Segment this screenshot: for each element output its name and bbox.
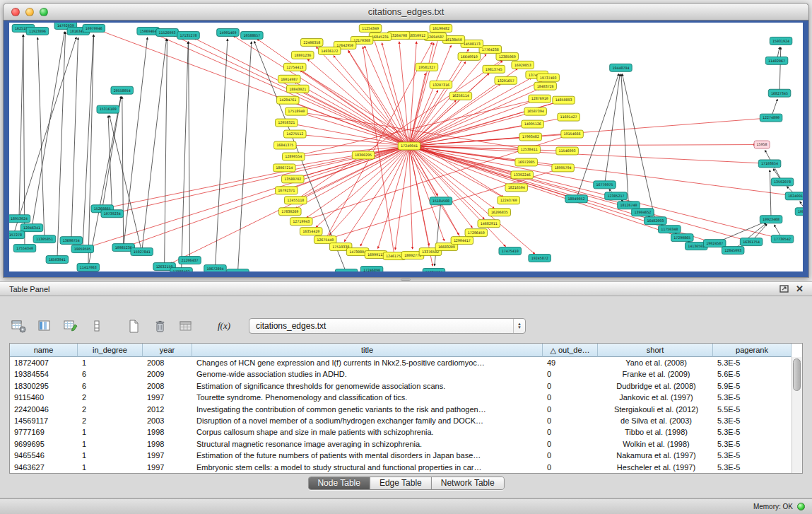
table-row[interactable]: 977716911998Corpus callosum shape and si…: [10, 426, 792, 438]
graph-node[interactable]: 15031924: [770, 37, 792, 45]
graph-node[interactable]: 10970046: [83, 24, 105, 32]
graph-node[interactable]: 10672894: [204, 265, 227, 271]
graph-node[interactable]: 12385069: [496, 52, 519, 60]
graph-node[interactable]: 12243760: [498, 197, 520, 204]
show-columns-icon[interactable]: [35, 317, 54, 335]
graph-node[interactable]: 18483726: [534, 82, 557, 90]
network-canvas[interactable]: 1724004122406358188012361275441316014987…: [9, 23, 803, 271]
graph-node[interactable]: 16503941: [46, 256, 69, 264]
table-row[interactable]: 1938455462009Genome-wide association stu…: [10, 368, 792, 380]
graph-node[interactable]: 17296450: [465, 229, 488, 237]
graph-node[interactable]: 14850893: [553, 96, 575, 104]
graph-node[interactable]: 14936172: [318, 47, 341, 54]
table-row[interactable]: 969969511998Structural magnetic resonanc…: [10, 438, 792, 450]
edit-table-icon[interactable]: [61, 317, 81, 335]
graph-node[interactable]: 15184508: [430, 197, 452, 205]
graph-node[interactable]: 18843021: [287, 85, 310, 93]
table-row[interactable]: 1830029562008Estimation of significance …: [10, 380, 792, 392]
table-row[interactable]: 1456911722003Disruption of a novel membe…: [10, 415, 792, 426]
graph-node[interactable]: 14095126: [522, 120, 544, 128]
graph-node[interactable]: 12845093: [722, 247, 744, 255]
graph-node[interactable]: 16920853: [512, 61, 534, 69]
graph-node[interactable]: 11923896: [26, 27, 49, 35]
column-header-pagerank[interactable]: pagerank: [713, 344, 792, 357]
graph-node[interactable]: 18126740: [618, 201, 640, 209]
graph-node[interactable]: 14204761: [277, 96, 300, 104]
graph-node[interactable]: 11750348: [659, 226, 681, 233]
graph-node[interactable]: 17135278: [177, 31, 200, 39]
graph-node[interactable]: 11417063: [77, 264, 100, 271]
graph-node[interactable]: 16792371: [276, 187, 298, 194]
graph-node[interactable]: 16190482: [430, 24, 452, 32]
graph-node[interactable]: 17988402: [170, 268, 193, 271]
tab-edge-table[interactable]: Edge Table: [370, 477, 431, 489]
graph-node[interactable]: 22406358: [300, 38, 323, 46]
graph-node[interactable]: 16841375: [274, 141, 297, 149]
graph-node[interactable]: 11526093: [156, 28, 179, 36]
graph-node[interactable]: 14682911: [478, 220, 500, 228]
graph-node[interactable]: 16640910: [458, 52, 481, 60]
table-mode-icon[interactable]: [8, 317, 28, 335]
graph-node[interactable]: 13580702: [282, 175, 305, 183]
graph-node[interactable]: 10874523: [795, 208, 803, 216]
column-header-out_de[interactable]: △ out_de…: [543, 344, 598, 357]
graph-node[interactable]: 19448794: [610, 64, 632, 71]
graph-node[interactable]: 12904417: [451, 237, 473, 245]
graph-node[interactable]: 10739234: [101, 210, 124, 218]
tab-node-table[interactable]: Node Table: [308, 477, 370, 489]
graph-node[interactable]: 16587394: [524, 107, 547, 115]
graph-node[interactable]: 13207316: [430, 81, 452, 88]
graph-node[interactable]: 12046341: [20, 224, 43, 232]
graph-node[interactable]: 13392246: [511, 171, 534, 179]
graph-node[interactable]: 13904652: [632, 209, 654, 216]
graph-node[interactable]: 17103654: [758, 160, 781, 168]
graph-node[interactable]: 18300295: [352, 151, 375, 159]
column-header-year[interactable]: year: [143, 344, 192, 357]
column-header-in_degree[interactable]: in_degree: [78, 344, 143, 357]
graph-node[interactable]: 12058321: [276, 119, 298, 127]
graph-node[interactable]: 19813745: [483, 65, 505, 73]
graph-node[interactable]: 17246890: [360, 267, 383, 271]
graph-node[interactable]: 21206437: [179, 257, 201, 264]
graph-node[interactable]: 12876910: [529, 95, 551, 103]
graph-node[interactable]: 13201657: [495, 76, 517, 84]
graph-node[interactable]: 15316109: [97, 105, 119, 113]
graph-node[interactable]: 14901469: [217, 28, 240, 36]
column-header-short[interactable]: short: [598, 344, 713, 357]
function-builder-icon[interactable]: f(x): [213, 317, 235, 335]
float-panel-icon[interactable]: [779, 285, 789, 293]
graph-node[interactable]: 11305851: [33, 235, 56, 243]
import-table-icon[interactable]: [176, 317, 196, 335]
graph-node[interactable]: 16827345: [768, 89, 791, 97]
graph-node[interactable]: 16157278: [9, 231, 25, 239]
window-titlebar[interactable]: citations_edges.txt: [3, 3, 809, 21]
graph-node[interactable]: 12754413: [284, 63, 307, 71]
graph-node[interactable]: 16206835: [488, 209, 511, 216]
graph-node[interactable]: 15740276: [227, 269, 249, 271]
graph-node[interactable]: 19581327: [416, 63, 438, 71]
graph-node[interactable]: 19245872: [529, 255, 551, 262]
graph-node[interactable]: 18995794: [552, 164, 575, 172]
graph-node[interactable]: 18953024: [9, 215, 30, 223]
graph-node[interactable]: 16256114: [449, 92, 472, 100]
graph-node[interactable]: 15927841: [131, 248, 153, 256]
tab-network-table[interactable]: Network Table: [431, 477, 504, 489]
scrollbar-thumb[interactable]: [793, 358, 801, 391]
graph-node[interactable]: 11546093: [556, 147, 579, 155]
graph-node[interactable]: 17730542: [771, 235, 794, 243]
citation-network-graph[interactable]: 1724004122406358188012361275441316014987…: [9, 23, 803, 271]
graph-node[interactable]: 16482093: [645, 217, 667, 225]
column-header-title[interactable]: title: [192, 344, 543, 357]
graph-node[interactable]: 12890554: [283, 153, 305, 160]
new-file-icon[interactable]: [124, 317, 143, 335]
graph-node[interactable]: 12455118: [285, 197, 307, 204]
zoom-window-icon[interactable]: [40, 8, 48, 16]
table-row[interactable]: 946362711997Embryonic stem cells: a mode…: [10, 462, 792, 473]
delete-icon[interactable]: [150, 317, 170, 335]
table-vertical-scrollbar[interactable]: [792, 357, 802, 473]
graph-node[interactable]: 12274890: [760, 114, 782, 122]
close-panel-icon[interactable]: ✕: [796, 284, 804, 293]
graph-node[interactable]: 13690754: [60, 237, 83, 245]
table-row[interactable]: 946554611997Estimation of the future num…: [10, 450, 792, 461]
table-row[interactable]: 911546021997Tourette syndrome. Phenomeno…: [10, 392, 792, 403]
